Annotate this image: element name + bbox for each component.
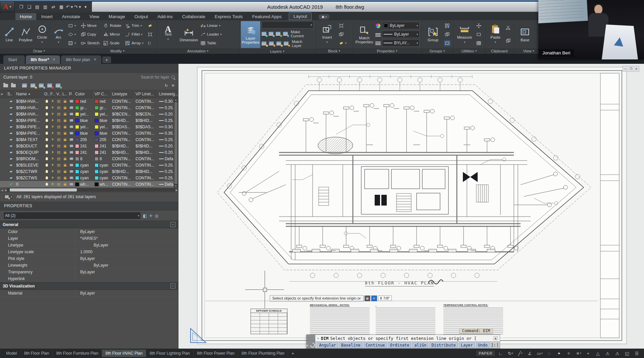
new-layer-icon[interactable] — [22, 84, 28, 88]
layer-freeze-toggle[interactable]: ☀ — [50, 125, 56, 129]
trim-tool[interactable]: Trim▾ — [124, 23, 144, 29]
layer-vp-freeze-toggle[interactable]: ▤ — [56, 169, 62, 174]
layer-freeze-toggle[interactable]: ☀ — [50, 118, 56, 123]
command-prompt-line[interactable]: ▸ DIM Select objects or specify first ex… — [315, 334, 500, 342]
layer-freeze-icon[interactable] — [269, 32, 274, 36]
panel-groups-label[interactable]: Groups▾ — [422, 48, 453, 54]
viewport-minimize-icon[interactable]: — — [623, 66, 628, 71]
layer-plot-toggle[interactable] — [68, 113, 74, 115]
layer-vp-freeze-toggle[interactable]: ▤ — [56, 176, 62, 180]
layer-vp-freeze-toggle[interactable]: ▤ — [56, 150, 62, 154]
move-tool[interactable]: Move — [80, 23, 100, 29]
ribbon-tab[interactable]: Manage — [104, 13, 129, 20]
layer-lock-toggle[interactable] — [62, 144, 68, 147]
array-tool[interactable]: Array▾ — [124, 40, 144, 46]
new-layer-vp-icon[interactable] — [31, 84, 36, 88]
ribbon-tab[interactable]: Add-ins — [153, 13, 177, 20]
transfer-icon[interactable]: ⇄ — [50, 3, 57, 10]
panel-clipboard-label[interactable]: Clipboard — [485, 48, 513, 54]
command-option[interactable]: Continue — [364, 343, 387, 348]
layer-on-icon[interactable] — [262, 42, 267, 46]
command-line-grip[interactable]: ✕ — [306, 334, 315, 349]
layer-color-cell[interactable]: blue — [74, 118, 94, 123]
layer-list-scrollbar[interactable]: ▲▼ — [174, 98, 178, 187]
layer-on-toggle[interactable] — [44, 132, 50, 135]
property-row[interactable]: Plot style ByLayer — [0, 255, 178, 262]
ortho-icon[interactable]: ╱ ▾ — [516, 350, 525, 357]
undo-icon[interactable]: ↶ ▾ — [66, 3, 73, 10]
panel-draw-label[interactable]: Draw▾ — [0, 48, 78, 54]
layer-row[interactable]: ▰ $0$SLEEVE ☀ ▤ cyan cyan CONTIN... CONT… — [0, 162, 178, 168]
layer-row[interactable]: ▰ $0$ODUCT ☀ ▤ 241 241 $0$HID... $0$HID.… — [0, 143, 178, 149]
layer-list-hscrollbar[interactable]: «◂ ▸ — [0, 187, 178, 192]
leader-tool[interactable]: Leader▾ — [200, 32, 222, 37]
text-tool[interactable]: AText▾ — [158, 21, 178, 47]
layer-freeze-toggle[interactable]: ☀ — [50, 99, 56, 103]
copy-tool[interactable]: Copy — [80, 32, 100, 37]
close-tab-icon[interactable]: ✕ — [94, 57, 97, 62]
record-button[interactable]: ▣▾ — [318, 14, 330, 19]
polar-tracking-icon[interactable]: ∠ — [526, 350, 534, 357]
color-wheel-icon[interactable] — [376, 24, 380, 28]
layer-on-toggle[interactable] — [44, 183, 50, 186]
layer-vp-color-cell[interactable]: gr... — [94, 105, 111, 110]
save-icon[interactable]: ▤ — [34, 3, 41, 10]
ribbon-tab[interactable]: Express Tools — [210, 13, 247, 20]
layer-on-toggle[interactable] — [44, 144, 50, 147]
layer-vp-color-cell[interactable]: red — [94, 99, 111, 104]
layer-lock-toggle[interactable] — [62, 132, 68, 135]
selection-filter-dropdown[interactable]: All (2)▾ — [3, 212, 141, 219]
offset-tool[interactable] — [147, 40, 153, 46]
grid-icon[interactable]: ∟ — [496, 350, 505, 357]
ribbon-tab[interactable]: Collaborate — [178, 13, 210, 20]
layer-vp-freeze-toggle[interactable]: ▤ — [56, 125, 62, 129]
property-row[interactable]: Transparency ByLayer — [0, 269, 178, 275]
layer-vp-freeze-toggle[interactable]: ▤ — [56, 137, 62, 142]
layer-vp-color-cell[interactable]: cyan — [94, 169, 111, 174]
layer-plot-toggle[interactable] — [68, 100, 74, 102]
layer-plot-toggle[interactable] — [68, 177, 74, 179]
layer-on-toggle[interactable] — [44, 113, 50, 116]
layer-color-cell[interactable]: red — [74, 99, 94, 104]
layer-vp-freeze-toggle[interactable]: ▤ — [56, 99, 62, 103]
layer-row[interactable]: ✔ 0 ☀ ▤ wh... wh... CONTIN... CONTIN... … — [0, 181, 178, 187]
layer-vp-freeze-toggle[interactable]: ▤ — [56, 105, 62, 110]
rotate-tool[interactable]: Rotate — [103, 23, 122, 29]
command-line-window[interactable]: ✕ ▸ DIM Select objects or specify first … — [306, 334, 490, 349]
layer-on-toggle[interactable] — [44, 119, 50, 122]
layer-plot-toggle[interactable] — [68, 170, 74, 173]
layer-freeze-toggle[interactable]: ☀ — [50, 112, 56, 116]
layer-row[interactable]: ▰ $0$M-HVA... ☀ ▤ gr... gr... CONTIN... … — [0, 104, 178, 111]
ribbon-tab[interactable]: Home — [15, 13, 36, 20]
print-icon[interactable]: ▦ — [58, 3, 65, 10]
measure-tool[interactable]: Measure▾ — [455, 21, 474, 47]
layer-vp-color-cell[interactable]: cyan — [94, 176, 111, 180]
layer-search[interactable]: Search for layer — [141, 75, 175, 80]
customization-plus-icon[interactable]: + — [584, 350, 593, 357]
layer-vp-color-cell[interactable]: yel... — [94, 112, 111, 117]
refresh-icon[interactable]: ↻ — [165, 83, 168, 88]
copy-clip-icon[interactable] — [505, 38, 512, 44]
section-3d-visualization[interactable]: 3D Visualization− — [0, 282, 178, 290]
layer-vp-freeze-toggle[interactable]: ▤ — [56, 112, 62, 116]
layer-row[interactable]: ▰ $0$M-TEXT ☀ ▤ 205 205 CONTIN... CONTIN… — [0, 136, 178, 143]
redo-icon[interactable]: ↷ ▾ — [74, 3, 81, 10]
explode-tool[interactable] — [147, 32, 153, 37]
layer-row[interactable]: ▰ $0$M-HVA... ☀ ▤ yel... yel... $0$CEN..… — [0, 111, 178, 117]
layer-plot-toggle[interactable] — [68, 164, 74, 166]
base-view-tool[interactable]: Base — [515, 21, 535, 47]
annotation-scale-icon[interactable]: △ — [594, 350, 602, 357]
performance-warning-icon[interactable]: ⚠ — [613, 350, 622, 357]
ribbon-tab[interactable]: View — [85, 13, 104, 20]
layer-color-cell[interactable]: 241 — [74, 144, 94, 148]
lineweight-list-icon[interactable] — [375, 33, 381, 37]
layer-table-header[interactable]: » S.. Name ▲ O.. F.. V.. L.. P. Color VP… — [0, 90, 178, 98]
layer-freeze-toggle[interactable]: ☀ — [50, 163, 56, 167]
layer-thaw-icon[interactable] — [269, 42, 274, 46]
layer-lock-icon[interactable] — [276, 32, 281, 36]
layer-vp-freeze-toggle[interactable]: ▤ — [56, 118, 62, 123]
property-row[interactable]: Lineweight ByLayer — [0, 262, 178, 269]
layer-color-cell[interactable]: cyan — [74, 176, 94, 180]
layer-lock-toggle[interactable] — [62, 138, 68, 141]
make-current-button[interactable]: Make Current — [290, 30, 314, 38]
